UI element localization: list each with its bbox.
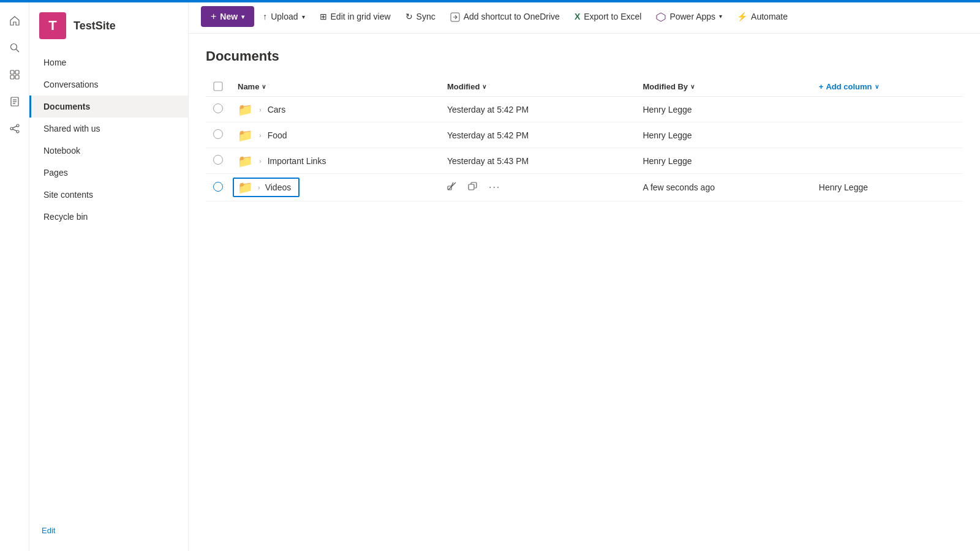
- site-title: TestSite: [74, 20, 116, 32]
- modified-cars: Yesterday at 5:42 PM: [440, 97, 636, 122]
- folder-link-cars[interactable]: Cars: [268, 105, 286, 114]
- row-checkbox-cars[interactable]: [206, 97, 230, 122]
- row-checkbox-videos[interactable]: [206, 174, 230, 201]
- apps-icon[interactable]: [4, 64, 26, 86]
- nav-item-shared[interactable]: Shared with us: [29, 118, 188, 140]
- table-row-videos-selected: 📁 › Videos: [206, 174, 963, 201]
- export-excel-button[interactable]: X Export to Excel: [568, 7, 648, 26]
- svg-line-13: [12, 126, 16, 128]
- grid-icon: ⊞: [320, 12, 327, 21]
- modified-by-videos: Henry Legge: [812, 174, 963, 201]
- content-area: Documents Name ∨: [189, 34, 980, 551]
- icon-bar: [0, 0, 29, 551]
- folder-icon-cars: 📁: [238, 102, 253, 117]
- new-chevron-icon: ▾: [241, 13, 244, 20]
- nav-item-notebook[interactable]: Notebook: [29, 140, 188, 162]
- new-button[interactable]: + New ▾: [201, 6, 254, 27]
- add-shortcut-button[interactable]: Add shortcut to OneDrive: [444, 7, 566, 26]
- svg-rect-3: [15, 70, 19, 74]
- folder-icon-important-links: 📁: [238, 154, 253, 168]
- svg-rect-5: [15, 75, 19, 79]
- svg-rect-4: [10, 75, 14, 79]
- table-row: 📁 › Cars Yesterday at 5:42 PM Henry Legg…: [206, 97, 963, 122]
- sync-button[interactable]: ↻ Sync: [399, 7, 442, 26]
- edit-link[interactable]: Edit: [29, 520, 188, 541]
- modified-by-cars: Henry Legge: [635, 97, 811, 122]
- svg-rect-18: [469, 184, 474, 190]
- nav-item-documents[interactable]: Documents: [29, 96, 188, 118]
- folder-icon-food: 📁: [238, 128, 253, 143]
- nav-item-site-contents[interactable]: Site contents: [29, 184, 188, 206]
- upload-button[interactable]: ↑ Upload ▾: [257, 7, 311, 26]
- home-icon[interactable]: [4, 10, 26, 32]
- svg-point-12: [17, 130, 19, 133]
- copy-action-button[interactable]: [466, 179, 480, 196]
- name-cell-important-links[interactable]: 📁 › Important Links: [230, 148, 440, 174]
- nav-item-conversations[interactable]: Conversations: [29, 73, 188, 96]
- row-actions-videos-inline: ···: [440, 174, 636, 201]
- sync-label: Sync: [417, 12, 435, 21]
- export-label: Export to Excel: [584, 12, 641, 21]
- row-checkbox-important-links[interactable]: [206, 148, 230, 174]
- site-logo: T: [39, 12, 66, 39]
- svg-line-14: [12, 129, 16, 131]
- table-row: 📁 › Important Links Yesterday at 5:43 PM…: [206, 148, 963, 174]
- add-col-chevron-icon: ∨: [875, 83, 879, 90]
- automate-icon: ⚡: [737, 12, 747, 21]
- svg-rect-2: [10, 70, 14, 74]
- upload-chevron-icon: ▾: [302, 13, 305, 20]
- sidebar: T TestSite Home Conversations Documents …: [29, 0, 189, 551]
- add-column-header[interactable]: + Add column ∨: [812, 77, 963, 97]
- pin-icon-videos: ›: [258, 184, 260, 191]
- folder-link-videos[interactable]: Videos: [265, 182, 292, 192]
- share-action-button[interactable]: [445, 179, 459, 196]
- name-col-header[interactable]: Name ∨: [230, 77, 440, 97]
- modified-videos: A few seconds ago: [635, 174, 811, 201]
- table-row: 📁 › Food Yesterday at 5:42 PM Henry Legg…: [206, 122, 963, 148]
- modified-by-important-links: Henry Legge: [635, 148, 811, 174]
- power-apps-chevron-icon: ▾: [719, 13, 722, 20]
- svg-rect-16: [214, 82, 222, 91]
- share-icon[interactable]: [4, 118, 26, 140]
- modified-important-links: Yesterday at 5:43 PM: [440, 148, 636, 174]
- edit-grid-button[interactable]: ⊞ Edit in grid view: [314, 7, 397, 26]
- nav-item-pages[interactable]: Pages: [29, 162, 188, 184]
- modified-sort-icon: ∨: [482, 83, 486, 90]
- modified-by-sort-icon: ∨: [690, 83, 695, 90]
- more-actions-button[interactable]: ···: [486, 179, 503, 195]
- power-apps-label: Power Apps: [669, 12, 715, 21]
- svg-point-11: [10, 127, 13, 130]
- modified-col-header[interactable]: Modified ∨: [440, 77, 636, 97]
- nav-item-recycle-bin[interactable]: Recycle bin: [29, 206, 188, 228]
- pin-icon-food: ›: [259, 132, 262, 139]
- excel-icon: X: [575, 12, 580, 21]
- edit-grid-label: Edit in grid view: [331, 12, 391, 21]
- power-apps-button[interactable]: Power Apps ▾: [650, 7, 728, 26]
- site-header: T TestSite: [29, 5, 188, 51]
- folder-link-food[interactable]: Food: [268, 130, 287, 140]
- name-cell-cars[interactable]: 📁 › Cars: [230, 97, 440, 122]
- name-cell-videos[interactable]: 📁 › Videos: [230, 174, 440, 201]
- nav-item-home[interactable]: Home: [29, 51, 188, 73]
- row-checkbox-food[interactable]: [206, 122, 230, 148]
- folder-link-important-links[interactable]: Important Links: [268, 156, 326, 166]
- svg-point-0: [10, 44, 17, 50]
- sync-icon: ↻: [405, 12, 413, 21]
- name-cell-food[interactable]: 📁 › Food: [230, 122, 440, 148]
- shortcut-icon: [450, 11, 460, 21]
- svg-line-1: [16, 50, 19, 53]
- power-apps-icon: [656, 11, 666, 21]
- automate-button[interactable]: ⚡ Automate: [731, 7, 794, 26]
- add-col-plus-icon: +: [819, 82, 824, 91]
- main-content: + New ▾ ↑ Upload ▾ ⊞ Edit in grid view ↻…: [189, 0, 980, 551]
- modified-food: Yesterday at 5:42 PM: [440, 122, 636, 148]
- add-shortcut-label: Add shortcut to OneDrive: [464, 12, 560, 21]
- modified-by-col-header[interactable]: Modified By ∨: [635, 77, 811, 97]
- notes-icon[interactable]: [4, 91, 26, 113]
- folder-icon-videos: 📁: [238, 180, 253, 195]
- name-sort-icon: ∨: [262, 83, 266, 90]
- pin-icon-important-links: ›: [259, 157, 262, 165]
- page-title: Documents: [206, 48, 963, 64]
- search-icon[interactable]: [4, 37, 26, 59]
- checkbox-col-header: [206, 77, 230, 97]
